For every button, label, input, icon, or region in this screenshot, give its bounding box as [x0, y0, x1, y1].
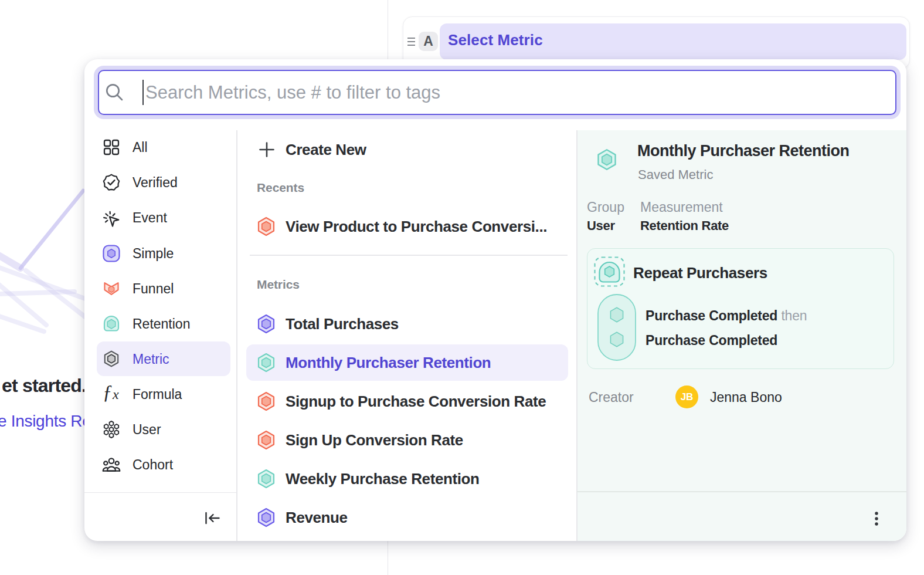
svg-text:ƒ: ƒ	[103, 383, 113, 402]
svg-text:x: x	[112, 387, 119, 402]
